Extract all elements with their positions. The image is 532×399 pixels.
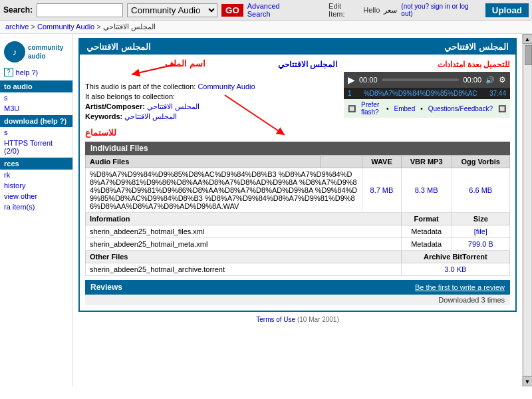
content-area: المجلس الاقتتاحي المجلس الاقتتاحي المجلس… [73, 34, 522, 386]
track-name: %D8%A7%D9%84%D9%85%D8%AC [364, 90, 477, 97]
go-button[interactable]: GO [221, 4, 243, 17]
keywords-link[interactable]: المجلس الاقتتاحي [124, 112, 177, 120]
reviews-bar: Reviews Be the first to write a review [85, 280, 510, 295]
play-button[interactable]: ▶ [348, 74, 355, 85]
progress-bar[interactable] [382, 78, 460, 81]
keywords-row: Keywords: المجلس الاقتتاحي [85, 112, 337, 121]
info-file1-format: Metadata [401, 225, 452, 238]
time-end: 00:00 [463, 76, 481, 84]
files-section-header: Individual Files [85, 142, 510, 155]
annotation-download: للتحميل بعدة امتدادات [438, 60, 510, 69]
download-section: download (help ?) [0, 115, 72, 127]
downloads-info: Downloaded 3 times [85, 295, 510, 305]
search-label: Search: [3, 5, 33, 15]
right-scrollbar: ▲ ▼ [522, 34, 532, 386]
format-header-cell: Format [401, 213, 452, 225]
player-controls: ▶ 00:00 00:00 🔊 ⚙ [344, 72, 510, 88]
breadcrumb-community-audio[interactable]: Community Audio [37, 23, 94, 31]
username-text: سعر [384, 6, 397, 15]
search-input[interactable] [37, 3, 123, 17]
track-info: 1 %D8%A7%D9%84%D9%85%D8%AC 37:44 [344, 88, 510, 99]
hello-text: Hello [363, 6, 380, 14]
sidebar-rk-link[interactable]: rk [0, 170, 72, 180]
collection-info: This audio is part of the collection: Co… [85, 82, 337, 90]
arabic-filename-link[interactable]: المجلس الاقتتاحي [278, 60, 337, 69]
torrent-link[interactable]: 3.0 KB [444, 265, 466, 273]
wave-link[interactable]: 8.7 MB [370, 186, 394, 194]
write-review-link[interactable]: Be the first to write a review [415, 283, 505, 291]
table-row: sherin_abdeen25_hotmail_archive.torrent … [86, 263, 510, 276]
vbr-link[interactable]: 8.3 MB [415, 186, 438, 194]
sidebar-m3u-link[interactable]: M3U [0, 103, 72, 114]
left-sidebar: ♪ communityaudio ? help ?) to audio s M3… [0, 34, 73, 386]
sidebar-items-link[interactable]: ra item(s) [0, 201, 72, 212]
terms-date: (10 Mar 2001) [297, 316, 339, 323]
upload-button[interactable]: Upload [485, 3, 529, 17]
edit-item-label: Edit Item: [329, 2, 359, 18]
files-section: Individual Files Audio Files WAVE VBR MP… [85, 142, 510, 276]
other-header-row: Other Files Archive BitTorrent [86, 251, 510, 263]
audio-filename-cell: %D8%A7%D9%84%D9%85%D8%AC%D9%84%D8%B3 %D8… [86, 168, 362, 213]
help-link[interactable]: help ?) [16, 68, 39, 76]
help-badge[interactable]: ? [4, 68, 13, 76]
col-wave: WAVE [362, 156, 402, 168]
archive-header-cell: Archive BitTorrent [401, 251, 509, 263]
table-row: sherin_abdeen25_hotmail_meta.xml Metadat… [86, 238, 510, 251]
belongs-info: It also belongs to collection: [85, 92, 337, 100]
questions-link[interactable]: Questions/Feedback? [428, 105, 493, 112]
audio-logo-icon: ♪ [4, 41, 25, 63]
col-audio-files: Audio Files [86, 156, 321, 168]
col-ogg: Ogg Vorbis [452, 156, 510, 168]
file2-link[interactable]: 799.0 B [468, 240, 493, 248]
reviews-title: Reviews [90, 283, 122, 292]
prefer-flash-link[interactable]: Prefer flash? [361, 101, 381, 116]
sidebar-history-link[interactable]: history [0, 180, 72, 191]
top-bar: Search: Community Audio Audio Books Live… [0, 0, 532, 21]
file1-link[interactable]: [file] [474, 227, 487, 235]
breadcrumb: archive > Community Audio > المجلس الاقت… [0, 21, 532, 34]
table-row: %D8%A7%D9%84%D9%85%D8%AC%D9%84%D8%B3 %D8… [86, 168, 510, 213]
volume-icon[interactable]: 🔊 [485, 76, 495, 84]
sign-in-link[interactable]: (not you? sign in or log out) [401, 3, 481, 17]
item-title-left: المجلس الاقتتاحي [86, 42, 151, 52]
sidebar-other-link[interactable]: view other [0, 191, 72, 201]
sidebar-s2-link[interactable]: s [0, 127, 72, 138]
item-title-right: المجلس الاقتتاحي [444, 42, 509, 52]
breadcrumb-archive[interactable]: archive [5, 23, 29, 31]
terms-link[interactable]: Terms of Use [256, 316, 295, 323]
track-duration: 37:44 [489, 90, 506, 97]
torrent-name: sherin_abdeen25_hotmail_archive.torrent [86, 263, 402, 276]
item-header: المجلس الاقتتاحي المجلس الاقتتاحي [80, 39, 515, 55]
info-file1-name: sherin_abdeen25_hotmail_files.xml [86, 225, 402, 238]
arrow-filename [125, 61, 178, 81]
info-header-row: Information Format Size [86, 213, 510, 225]
item-box: المجلس الاقتتاحي المجلس الاقتتاحي المجلس… [78, 38, 517, 312]
scroll-up-arrow[interactable]: ▲ [523, 34, 533, 44]
settings-icon[interactable]: ⚙ [499, 75, 506, 84]
info-file2-name: sherin_abdeen25_hotmail_meta.xml [86, 238, 402, 251]
sidebar-torrent-link[interactable]: HTTPS Torrent (2/0) [0, 138, 72, 156]
info-header-cell: Information [86, 213, 402, 225]
col-empty [320, 156, 362, 168]
scroll-track[interactable] [523, 44, 532, 376]
annotation-listen: للاستماع [85, 128, 116, 138]
advanced-search-link[interactable]: Advanced Search [247, 2, 305, 18]
scroll-thumb[interactable] [525, 45, 532, 65]
logo-text: communityaudio [28, 43, 63, 61]
player-section: للتحميل بعدة امتدادات ▶ 00:00 00:00 🔊 ⚙ [344, 60, 510, 138]
svg-line-0 [132, 65, 175, 74]
help-row: ? help ?) [0, 66, 72, 78]
artist-link[interactable]: المجلس الاقتتاحي [147, 102, 200, 110]
category-select[interactable]: Community Audio Audio Books Live Music A… [127, 3, 217, 17]
player-links: 🔲 Prefer flash? • Embed • Questions/Feed… [344, 99, 510, 118]
ogg-link[interactable]: 6.6 MB [469, 186, 492, 194]
files-table: Audio Files WAVE VBR MP3 Ogg Vorbis %D8%… [85, 155, 510, 276]
sidebar-logo: ♪ communityaudio [0, 37, 72, 66]
torrent-size: 3.0 KB [401, 263, 509, 276]
time-start: 00:00 [359, 76, 378, 84]
to-audio-section: to audio [0, 80, 72, 92]
embed-link[interactable]: Embed [394, 105, 416, 112]
collection-link[interactable]: Community Audio [198, 82, 255, 90]
scroll-down-arrow[interactable]: ▼ [523, 376, 533, 386]
sidebar-s-link[interactable]: s [0, 92, 72, 103]
